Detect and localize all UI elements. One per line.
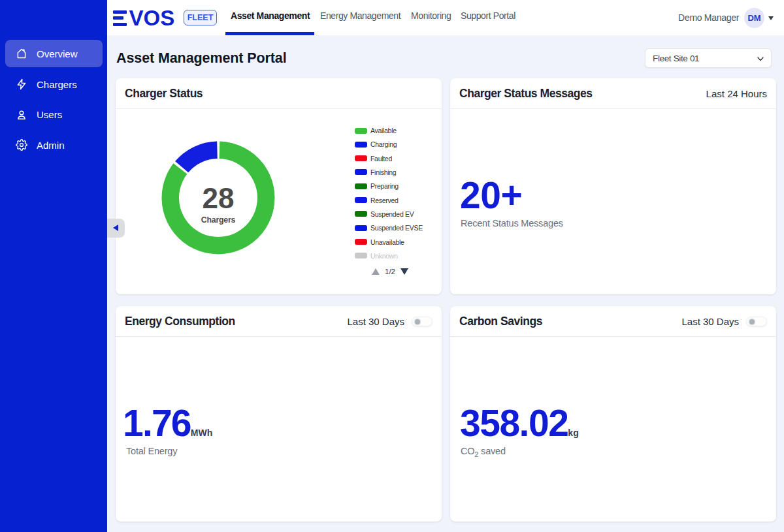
svg-text:28: 28: [203, 182, 235, 214]
svg-text:Chargers: Chargers: [201, 215, 236, 225]
